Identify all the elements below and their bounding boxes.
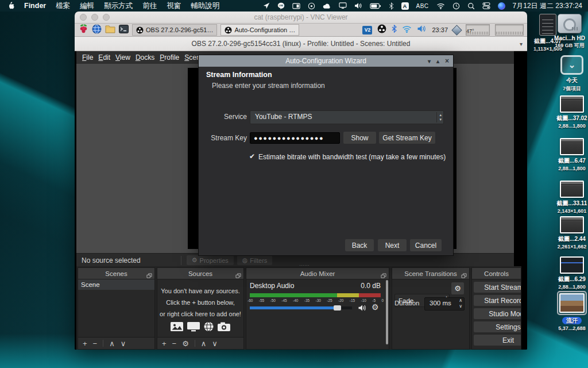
volume-slider[interactable] (250, 306, 352, 309)
wifi-icon[interactable] (436, 2, 445, 10)
raspberry-menu-icon[interactable] (79, 24, 88, 36)
sidecar-icon[interactable] (292, 2, 300, 10)
siri-icon[interactable] (498, 2, 505, 10)
desktop-icon-macintosh-hd[interactable]: Maci...h HD 169 GB 可用 (552, 14, 587, 49)
filters-button[interactable]: ◍ Filters (237, 255, 273, 265)
dock-splitter-handle[interactable]: ⋯⋯ (299, 263, 310, 268)
source-properties-button[interactable]: ⚙ (182, 339, 189, 348)
popout-icon[interactable] (146, 270, 152, 281)
terminal-icon[interactable] (119, 25, 129, 36)
properties-button[interactable]: ⚙ Properties (187, 255, 234, 265)
start-streaming-button[interactable]: Start Streaming (474, 282, 521, 293)
spin-up-icon[interactable]: ∧ (459, 298, 462, 303)
bandwidth-test-label[interactable]: Estimate bitrate with bandwidth test (ma… (258, 153, 446, 161)
remove-source-button[interactable]: − (172, 339, 177, 348)
menu-item-help[interactable]: 輔助說明 (191, 1, 219, 11)
obs-tray-icon[interactable] (377, 24, 386, 36)
sound-icon[interactable] (354, 2, 362, 10)
popout-icon[interactable] (461, 270, 467, 281)
location-icon[interactable] (263, 2, 270, 10)
settings-button[interactable]: Settings (474, 321, 521, 332)
scene-down-button[interactable]: ∨ (121, 339, 126, 348)
start-recording-button[interactable]: Start Recording (474, 295, 521, 306)
display-icon[interactable] (339, 2, 347, 10)
obs-menu-file[interactable]: File (82, 53, 93, 62)
active-app-name[interactable]: Finder (24, 2, 46, 10)
cpu-temp-widget[interactable]: 47° (466, 24, 490, 36)
chevron-down-icon[interactable]: ▾ (520, 41, 523, 47)
maximize-window-icon[interactable]: ▴ (436, 58, 439, 64)
web-browser-icon[interactable] (92, 24, 102, 36)
desktop-stack-today[interactable]: ⌄ 今天 7個項目 (547, 55, 588, 93)
bluetooth-tray-icon[interactable] (392, 25, 397, 35)
remove-scene-button[interactable]: − (93, 339, 98, 348)
menu-bar-clock[interactable]: 7月12日 週二 23:37:24 (513, 1, 582, 11)
control-center-icon[interactable] (482, 2, 490, 10)
volume-slider-handle[interactable] (334, 305, 341, 310)
desktop-icon-screenshot-1[interactable]: 截圖...37.02 2,88...1,800 (547, 95, 588, 129)
desktop-icon-photo-selected[interactable]: 流汗 5,37...2,688 (547, 291, 588, 331)
shade-window-icon[interactable]: ▾ (428, 58, 431, 64)
show-key-button[interactable]: Show (343, 132, 376, 144)
vnc-window-titlebar[interactable]: cat (raspberrypi) - VNC Viewer (75, 12, 527, 24)
menu-item-edit[interactable]: 編輯 (80, 1, 94, 11)
taskbar-clock[interactable]: 23:37 (432, 26, 448, 33)
creative-cloud-icon[interactable] (308, 2, 315, 10)
desktop-icon-screenshot-3[interactable]: 截圖...33.11 2,143×1,601 (547, 181, 588, 214)
next-button[interactable]: Next (378, 239, 407, 251)
desktop-icon-screenshot-4[interactable]: 截圖...2.44 2,261×1,662 (547, 216, 588, 250)
obs-menu-view[interactable]: View (115, 53, 130, 62)
speaker-icon[interactable] (358, 304, 367, 314)
exit-button[interactable]: Exit (474, 335, 521, 346)
cpu-graph-widget[interactable] (495, 24, 524, 36)
scenes-header[interactable]: Scenes (78, 268, 154, 279)
close-window-icon[interactable]: × (445, 57, 449, 65)
battery-icon[interactable] (370, 2, 381, 10)
sources-header[interactable]: Sources (157, 268, 243, 279)
source-up-button[interactable]: ∧ (201, 339, 207, 348)
volume-tray-icon[interactable] (417, 25, 427, 35)
mixer-header[interactable]: Audio Mixer (246, 268, 389, 279)
line-app-icon[interactable]: LINE (277, 2, 285, 10)
scene-up-button[interactable]: ∧ (109, 339, 115, 348)
transition-gear-button[interactable]: ⚙ (451, 282, 464, 294)
vnc-server-tray-icon[interactable]: V2 (362, 26, 372, 34)
bluetooth-icon[interactable] (389, 2, 394, 10)
task-button-obs-main[interactable]: OBS 27.2.0-296-gc51… (132, 24, 217, 36)
menu-item-file[interactable]: 檔案 (56, 1, 70, 11)
mixer-scrollbar[interactable] (386, 280, 388, 344)
add-scene-button[interactable]: + (83, 339, 87, 348)
transitions-header[interactable]: Scene Transitions (392, 268, 469, 279)
wifi-tray-icon[interactable] (402, 25, 412, 35)
obs-menu-profile[interactable]: Profile (160, 53, 179, 62)
obs-menu-edit[interactable]: Edit (98, 53, 110, 62)
file-manager-icon[interactable] (105, 25, 115, 36)
popout-icon[interactable] (381, 270, 386, 281)
obs-menu-docks[interactable]: Docks (136, 53, 154, 62)
studio-mode-button[interactable]: Studio Mode (474, 308, 521, 319)
desktop-icon-screenshot-2[interactable]: 截圖...6.47 2,88...1,800 (547, 138, 588, 171)
obs-titlebar[interactable]: OBS 27.2.0-296-gc5154cc31 (linux) - Prof… (75, 37, 527, 51)
mixer-gear-icon[interactable]: ⚙ (372, 302, 379, 312)
desktop-icon-screenshot-5[interactable]: 截圖...6.29 2,88...1,800 (547, 256, 588, 290)
bandwidth-test-checkbox[interactable]: ✔ (249, 152, 255, 160)
spotlight-icon[interactable] (467, 2, 475, 10)
widget-diamond-icon[interactable] (451, 25, 462, 35)
time-machine-icon[interactable] (452, 2, 460, 10)
duration-spinbox[interactable]: 300 ms ∧ ∨ (424, 297, 465, 310)
scene-list-item[interactable]: Scene (78, 279, 154, 290)
cancel-button[interactable]: Cancel (410, 239, 442, 251)
add-source-button[interactable]: + (162, 339, 167, 348)
input-method-icon[interactable]: A (401, 2, 409, 10)
menu-item-window[interactable]: 視窗 (167, 1, 181, 11)
menu-item-go[interactable]: 前往 (142, 1, 157, 11)
menu-item-view[interactable]: 顯示方式 (104, 1, 133, 11)
wizard-titlebar[interactable]: Auto-Configuration Wizard ▾ ▴ × (199, 55, 453, 67)
spin-down-icon[interactable]: ∨ (459, 304, 462, 309)
task-button-wizard[interactable]: Auto-Configuration … (220, 24, 299, 36)
get-stream-key-button[interactable]: Get Stream Key (379, 132, 435, 144)
sources-empty-message[interactable]: You don't have any sources. Click the + … (157, 279, 243, 338)
service-select[interactable]: YouTube - RTMPS ▴▾ (250, 110, 444, 124)
apple-icon[interactable] (7, 2, 14, 10)
input-source-label[interactable]: ABC (416, 3, 429, 9)
